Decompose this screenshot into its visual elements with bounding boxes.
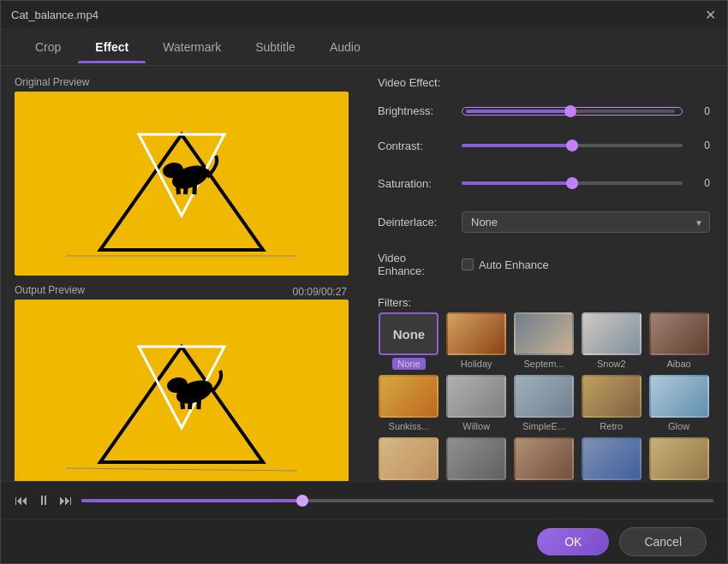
play-pause-button[interactable]: ⏸	[37, 493, 51, 508]
filter-retro-label: Retro	[594, 420, 628, 432]
contrast-value: 0	[689, 140, 710, 151]
original-preview-svg	[15, 92, 349, 276]
brightness-row: Brightness: 0	[378, 104, 710, 117]
video-enhance-row: Video Enhance: Auto Enhance	[378, 252, 710, 277]
saturation-row: Saturation: 0	[378, 174, 710, 193]
tab-subtitle[interactable]: Subtitle	[238, 32, 313, 62]
filter-holiday-thumb	[446, 312, 506, 355]
main-window: Cat_balance.mp4 ✕ Crop Effect Watermark …	[0, 0, 728, 564]
window-title: Cat_balance.mp4	[11, 9, 98, 21]
filter-none[interactable]: None None	[378, 312, 440, 370]
tab-audio[interactable]: Audio	[313, 32, 378, 62]
saturation-track	[462, 181, 683, 185]
svg-rect-6	[183, 184, 188, 194]
filter-retro[interactable]: Retro	[580, 375, 642, 432]
filters-grid: None None Holiday Septem... Sno	[378, 312, 710, 481]
close-button[interactable]: ✕	[703, 8, 717, 21]
contrast-slider-wrap[interactable]	[462, 136, 683, 155]
original-preview-box	[15, 92, 349, 276]
contrast-row: Contrast: 0	[378, 136, 710, 155]
video-enhance-label: Video Enhance:	[378, 252, 455, 277]
saturation-label: Saturation:	[378, 177, 455, 190]
filter-r3e-thumb	[649, 437, 709, 480]
svg-rect-14	[180, 399, 185, 409]
filter-simplee-label: SimpleE...	[517, 420, 570, 432]
footer: OK Cancel	[1, 519, 727, 563]
deinterlace-row: Deinterlace: None Blend Bob Discard ▼	[378, 211, 710, 233]
filter-snow2-thumb	[582, 312, 641, 355]
cancel-button[interactable]: Cancel	[619, 527, 707, 556]
playback-thumb[interactable]	[296, 495, 308, 507]
playback-slider[interactable]	[81, 499, 713, 502]
auto-enhance-checkbox[interactable]	[462, 258, 474, 270]
filter-r3c[interactable]	[513, 437, 576, 481]
tab-crop[interactable]: Crop	[18, 32, 78, 62]
output-preview-svg	[15, 300, 349, 481]
auto-enhance-label: Auto Enhance	[479, 258, 549, 271]
filter-none-label: None	[392, 358, 425, 370]
deinterlace-select[interactable]: None Blend Bob Discard	[462, 211, 710, 233]
filter-snow2-label: Snow2	[592, 358, 631, 370]
filters-label: Filters:	[378, 296, 710, 309]
saturation-value: 0	[689, 177, 710, 189]
filter-septem-label: Septem...	[518, 358, 569, 370]
tab-watermark[interactable]: Watermark	[146, 32, 238, 62]
contrast-thumb[interactable]	[566, 140, 578, 151]
filter-septem[interactable]: Septem...	[513, 312, 576, 370]
output-preview-header: Output Preview 00:09/00:27	[15, 284, 347, 300]
filter-glow-thumb	[649, 375, 709, 418]
filter-willow-thumb	[446, 375, 506, 418]
contrast-label: Contrast:	[378, 140, 455, 152]
filter-glow-label: Glow	[663, 420, 695, 432]
saturation-fill	[462, 181, 572, 185]
brightness-label: Brightness:	[378, 104, 455, 117]
svg-rect-15	[188, 399, 193, 409]
filter-r3b[interactable]	[445, 437, 508, 481]
filters-section: Filters: None None Holiday	[378, 296, 710, 481]
filter-aibao[interactable]: Aibao	[647, 312, 710, 370]
output-preview-section: Output Preview 00:09/00:27	[15, 284, 347, 481]
original-preview-label: Original Preview	[15, 76, 347, 88]
step-forward-button[interactable]: ⏭	[59, 493, 73, 508]
brightness-slider-wrap[interactable]	[462, 107, 683, 116]
right-panel: Video Effect: Brightness: 0 Contrast:	[361, 66, 727, 481]
filter-sunkiss-thumb	[379, 375, 439, 418]
output-preview-box	[15, 300, 349, 481]
filter-holiday[interactable]: Holiday	[445, 312, 508, 370]
filter-retro-thumb	[582, 375, 641, 418]
brightness-value: 0	[689, 105, 710, 117]
svg-rect-7	[192, 184, 197, 194]
filter-r3b-thumb	[446, 437, 506, 480]
original-preview-section: Original Preview	[15, 76, 347, 276]
filter-aibao-thumb	[649, 312, 709, 355]
filter-glow[interactable]: Glow	[647, 375, 710, 432]
filter-simplee-thumb	[514, 375, 574, 418]
filter-r3a-thumb	[379, 437, 439, 480]
filter-r3e[interactable]	[647, 437, 710, 481]
filter-r3d-thumb	[582, 437, 641, 480]
filter-sunkiss[interactable]: Sunkiss...	[378, 375, 440, 432]
video-effect-label: Video Effect:	[378, 76, 710, 89]
filter-snow2[interactable]: Snow2	[580, 312, 642, 370]
auto-enhance-wrap: Auto Enhance	[462, 258, 549, 271]
filter-aibao-label: Aibao	[662, 358, 696, 370]
title-bar: Cat_balance.mp4 ✕	[1, 1, 727, 28]
step-back-button[interactable]: ⏮	[15, 493, 28, 508]
filter-r3a[interactable]	[378, 437, 440, 481]
ok-button[interactable]: OK	[537, 528, 609, 555]
left-panel: Original Preview	[1, 66, 361, 481]
deinterlace-label: Deinterlace:	[378, 216, 455, 229]
filter-r3d[interactable]	[580, 437, 642, 481]
svg-rect-16	[196, 399, 201, 409]
saturation-thumb[interactable]	[566, 177, 578, 189]
output-preview-label: Output Preview	[15, 284, 85, 296]
svg-rect-5	[176, 184, 181, 194]
playback-fill	[81, 499, 302, 502]
saturation-slider-wrap[interactable]	[462, 174, 683, 193]
brightness-fill	[466, 110, 570, 113]
contrast-fill	[462, 144, 572, 147]
filter-simplee[interactable]: SimpleE...	[513, 375, 576, 432]
brightness-thumb[interactable]	[564, 105, 576, 117]
filter-willow[interactable]: Willow	[445, 375, 508, 432]
tab-effect[interactable]: Effect	[78, 32, 146, 62]
